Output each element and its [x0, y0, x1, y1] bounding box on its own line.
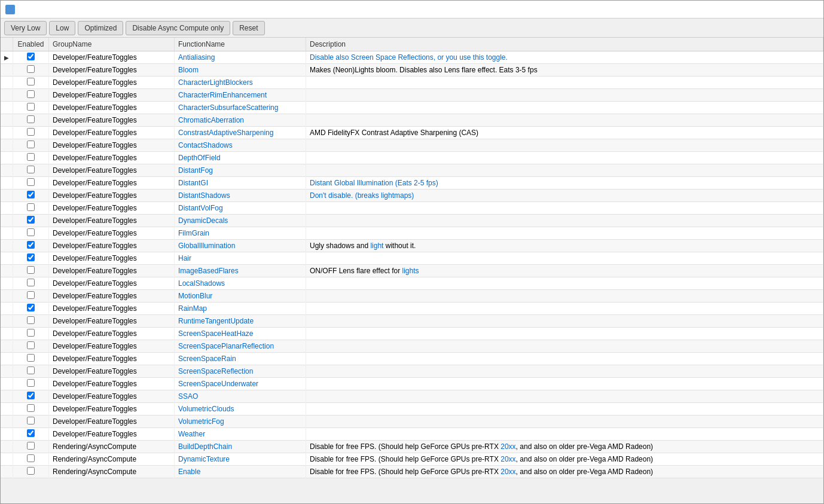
- enabled-checkbox[interactable]: [27, 417, 35, 424]
- enabled-checkbox[interactable]: [27, 253, 35, 261]
- row-enabled[interactable]: [13, 378, 49, 390]
- enabled-checkbox[interactable]: [27, 228, 35, 236]
- enabled-checkbox[interactable]: [27, 241, 35, 249]
- row-enabled[interactable]: [13, 252, 49, 265]
- row-enabled[interactable]: [13, 315, 49, 328]
- row-arrow: [1, 127, 13, 139]
- enabled-checkbox[interactable]: [27, 53, 35, 60]
- row-enabled[interactable]: [13, 127, 49, 139]
- row-enabled[interactable]: [13, 453, 49, 466]
- row-enabled[interactable]: [13, 290, 49, 303]
- row-enabled[interactable]: [13, 340, 49, 353]
- row-function: CharacterRimEnhancement: [175, 89, 306, 102]
- row-enabled[interactable]: [13, 215, 49, 227]
- very-low-button[interactable]: Very Low: [4, 21, 47, 35]
- row-enabled[interactable]: [13, 164, 49, 177]
- row-description: [306, 353, 823, 365]
- enabled-checkbox[interactable]: [27, 454, 35, 462]
- row-enabled[interactable]: [13, 64, 49, 77]
- enabled-checkbox[interactable]: [27, 115, 35, 123]
- row-enabled[interactable]: [13, 190, 49, 202]
- row-enabled[interactable]: [13, 114, 49, 127]
- row-function: ConstrastAdaptiveSharpening: [175, 127, 306, 139]
- enabled-checkbox[interactable]: [27, 153, 35, 161]
- enabled-checkbox[interactable]: [27, 404, 35, 412]
- enabled-checkbox[interactable]: [27, 379, 35, 387]
- enabled-checkbox[interactable]: [27, 392, 35, 399]
- row-arrow: [1, 152, 13, 164]
- enabled-checkbox[interactable]: [27, 216, 35, 224]
- enabled-checkbox[interactable]: [27, 467, 35, 475]
- enabled-checkbox[interactable]: [27, 442, 35, 450]
- enabled-checkbox[interactable]: [27, 178, 35, 186]
- row-enabled[interactable]: [13, 227, 49, 240]
- table-row: Developer/FeatureTogglesCharacterSubsurf…: [1, 102, 823, 114]
- row-group: Developer/FeatureToggles: [49, 177, 175, 190]
- row-enabled[interactable]: [13, 403, 49, 416]
- enabled-checkbox[interactable]: [27, 366, 35, 374]
- row-enabled[interactable]: [13, 102, 49, 114]
- optimized-button[interactable]: Optimized: [78, 21, 123, 35]
- row-function: FilmGrain: [175, 227, 306, 240]
- row-enabled[interactable]: [13, 202, 49, 215]
- row-enabled[interactable]: [13, 353, 49, 365]
- row-enabled[interactable]: [13, 51, 49, 64]
- row-enabled[interactable]: [13, 77, 49, 89]
- row-function: Weather: [175, 428, 306, 441]
- enabled-checkbox[interactable]: [27, 266, 35, 274]
- enabled-checkbox[interactable]: [27, 90, 35, 98]
- enabled-checkbox[interactable]: [27, 103, 35, 111]
- table-row: Developer/FeatureTogglesScreenSpacePlana…: [1, 340, 823, 353]
- enabled-checkbox[interactable]: [27, 128, 35, 136]
- enabled-checkbox[interactable]: [27, 65, 35, 73]
- minimize-button[interactable]: [770, 4, 785, 16]
- content-area: Enabled GroupName FunctionName Descripti…: [1, 38, 823, 503]
- table-row: Developer/FeatureTogglesHair: [1, 252, 823, 265]
- enabled-checkbox[interactable]: [27, 140, 35, 148]
- enabled-checkbox[interactable]: [27, 291, 35, 299]
- row-enabled[interactable]: [13, 177, 49, 190]
- enabled-checkbox[interactable]: [27, 203, 35, 211]
- row-group: Developer/FeatureToggles: [49, 290, 175, 303]
- row-enabled[interactable]: [13, 277, 49, 290]
- row-enabled[interactable]: [13, 265, 49, 277]
- enabled-checkbox[interactable]: [27, 166, 35, 173]
- row-enabled[interactable]: [13, 466, 49, 478]
- maximize-button[interactable]: [786, 4, 802, 16]
- enabled-checkbox[interactable]: [27, 279, 35, 286]
- row-enabled[interactable]: [13, 365, 49, 378]
- row-enabled[interactable]: [13, 428, 49, 441]
- low-button[interactable]: Low: [49, 21, 75, 35]
- row-group: Developer/FeatureToggles: [49, 277, 175, 290]
- enabled-checkbox[interactable]: [27, 341, 35, 349]
- row-function: CharacterLightBlockers: [175, 77, 306, 89]
- row-enabled[interactable]: [13, 416, 49, 428]
- close-button[interactable]: [803, 4, 819, 16]
- col-header-enabled: Enabled: [13, 38, 49, 51]
- row-arrow: [1, 315, 13, 328]
- row-enabled[interactable]: [13, 303, 49, 315]
- table-row: Developer/FeatureTogglesRuntimeTangentUp…: [1, 315, 823, 328]
- enabled-checkbox[interactable]: [27, 191, 35, 198]
- enabled-checkbox[interactable]: [27, 329, 35, 337]
- row-enabled[interactable]: [13, 390, 49, 403]
- enabled-checkbox[interactable]: [27, 316, 35, 324]
- row-enabled[interactable]: [13, 328, 49, 340]
- row-enabled[interactable]: [13, 89, 49, 102]
- table-container[interactable]: Enabled GroupName FunctionName Descripti…: [1, 38, 823, 503]
- enabled-checkbox[interactable]: [27, 429, 35, 437]
- row-enabled[interactable]: [13, 240, 49, 252]
- enabled-checkbox[interactable]: [27, 354, 35, 362]
- reset-button[interactable]: Reset: [233, 21, 264, 35]
- row-enabled[interactable]: [13, 152, 49, 164]
- row-function: DistantShadows: [175, 190, 306, 202]
- row-description: Distant Global Illumination (Eats 2-5 fp…: [306, 177, 823, 190]
- disable-async-button[interactable]: Disable Async Compute only: [126, 21, 230, 35]
- row-enabled[interactable]: [13, 139, 49, 152]
- row-enabled[interactable]: [13, 441, 49, 453]
- table-row: Developer/FeatureTogglesDistantFog: [1, 164, 823, 177]
- enabled-checkbox[interactable]: [27, 78, 35, 85]
- enabled-checkbox[interactable]: [27, 304, 35, 311]
- row-description: [306, 152, 823, 164]
- config-table: Enabled GroupName FunctionName Descripti…: [1, 38, 823, 478]
